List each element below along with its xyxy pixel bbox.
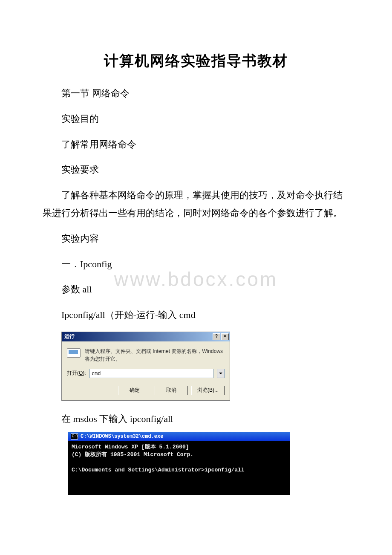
cmd-prompt: C:\Documents and Settings\Administrator>… xyxy=(72,467,245,473)
help-button[interactable]: ? xyxy=(213,333,220,340)
cmd-line-1: Microsoft Windows XP [版本 5.1.2600] xyxy=(72,444,189,450)
cmd-title-path: C:\WINDOWS\system32\cmd.exe xyxy=(81,434,163,439)
ok-button[interactable]: 确定 xyxy=(118,386,151,395)
param-all: 参数 all xyxy=(43,280,349,298)
run-dialog-body: 请键入程序、文件夹、文档或 Internet 资源的名称，Windows 将为您… xyxy=(62,341,230,400)
browse-button[interactable]: 浏览(B)... xyxy=(191,386,225,395)
document-title: 计算机网络实验指导书教材 xyxy=(43,51,349,71)
close-button[interactable]: × xyxy=(221,333,229,340)
open-label-post: ): xyxy=(83,370,86,376)
page: www.bdocx.com 计算机网络实验指导书教材 第一节 网络命令 实验目的… xyxy=(0,0,392,555)
cmd-window: C:\ C:\WINDOWS\system32\cmd.exe Microsof… xyxy=(68,432,290,495)
run-dialog-title: 运行 xyxy=(64,333,75,340)
requirements-heading: 实验要求 xyxy=(43,161,349,179)
cmd-output[interactable]: Microsoft Windows XP [版本 5.1.2600] (C) 版… xyxy=(68,441,290,495)
dropdown-button[interactable] xyxy=(217,369,225,378)
open-label: 打开(O): xyxy=(67,370,86,377)
ipconfig-cmd-line: Ipconfig/all（开始-运行-输入 cmd xyxy=(43,306,349,324)
run-dialog-description: 请键入程序、文件夹、文档或 Internet 资源的名称，Windows 将为您… xyxy=(85,347,225,363)
open-label-underline: O xyxy=(79,370,83,376)
content-heading: 实验内容 xyxy=(43,230,349,248)
msdos-instruction: 在 msdos 下输入 ipconfig/all xyxy=(43,410,349,428)
cancel-button[interactable]: 取消 xyxy=(155,386,188,395)
run-dialog: 运行 ? × 请键入程序、文件夹、文档或 Internet 资源的名称，Wind… xyxy=(61,332,230,401)
run-dialog-titlebar: 运行 ? × xyxy=(62,332,230,341)
item-ipconfig: 一．Ipconfig xyxy=(43,255,349,273)
run-icon xyxy=(67,347,81,359)
requirements-text: 了解各种基本网络命令的原理，掌握其使用的技巧，及对命令执行结果进行分析得出一些有… xyxy=(43,186,349,222)
cmd-titlebar: C:\ C:\WINDOWS\system32\cmd.exe xyxy=(68,432,290,441)
section-heading: 第一节 网络命令 xyxy=(43,84,349,102)
open-label-pre: 打开( xyxy=(67,370,79,376)
cmd-line-2: (C) 版权所有 1985-2001 Microsoft Corp. xyxy=(72,451,193,458)
open-input[interactable] xyxy=(89,369,213,378)
purpose-text: 了解常用网络命令 xyxy=(43,136,349,153)
purpose-heading: 实验目的 xyxy=(43,110,349,128)
cmd-icon: C:\ xyxy=(71,434,78,439)
